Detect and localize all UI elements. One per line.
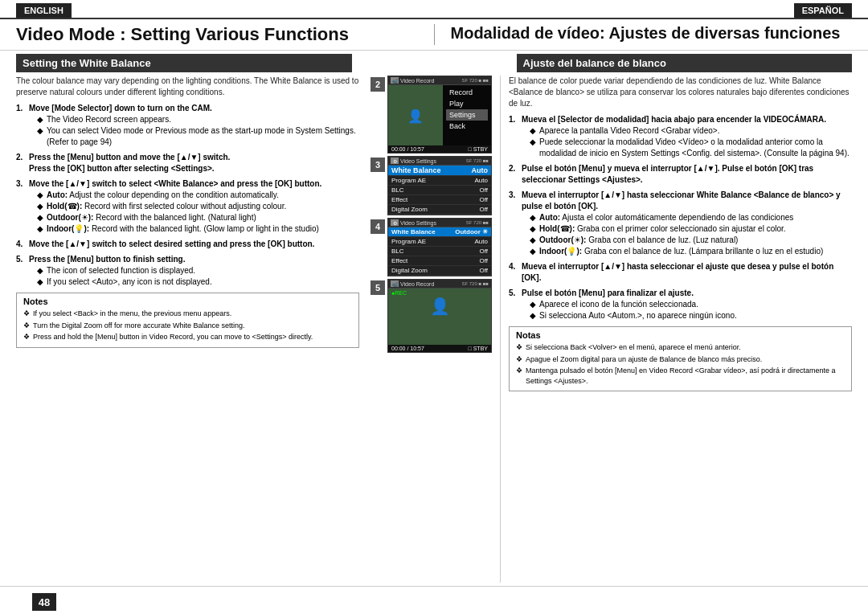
main-title-row: Video Mode : Setting Various Functions M…: [0, 18, 868, 51]
cam-title-2: Video Record: [400, 78, 461, 84]
cam-screen-4: ⚙ Video Settings SF 720 ■■ White Balance…: [387, 218, 492, 276]
notas-title: Notas: [516, 330, 845, 340]
center-screens: 2 📹 Video Record SF 720 ■ ■■ 👤 Record P: [367, 76, 500, 583]
cam-screen-3: ⚙ Video Settings SF 720 ■■ White Balance…: [387, 156, 492, 215]
cam-badges-2: SF 720 ■ ■■: [461, 78, 489, 83]
settings-row-pae: Program AEAuto: [388, 176, 491, 186]
screen-5-block: 5 📹 Video Record SF 720 ■ ■■ 👤 ●REC 00:0…: [371, 279, 497, 353]
cam-icon-3: ⚙: [391, 158, 399, 164]
language-bar: ENGLISH ESPAÑOL: [0, 0, 868, 18]
page-number: 48: [32, 593, 56, 611]
settings-row-effect-4: EffectOff: [388, 256, 491, 266]
step-4: 4. Move the [▲/▼] switch to select desir…: [16, 239, 359, 250]
notes-section-left: Notes ❖ If you select <Back> in the menu…: [16, 293, 359, 348]
section-headers: Setting the White Balance Ajuste del bal…: [0, 54, 868, 72]
cam-screen-5: 📹 Video Record SF 720 ■ ■■ 👤 ●REC 00:00 …: [387, 279, 492, 353]
notes-section-right: Notas ❖ Si selecciona Back <Volver> en e…: [509, 326, 852, 391]
screen-2-block: 2 📹 Video Record SF 720 ■ ■■ 👤 Record P: [371, 76, 497, 154]
step1-main: Move [Mode Selector] down to turn on the…: [29, 104, 212, 113]
settings-row-blc-4: BLCOff: [388, 247, 491, 256]
cam-menu-2: Record Play Settings Back: [443, 85, 491, 145]
right-step-3: 3. Mueva el interruptor [▲/▼] hasta sele…: [509, 190, 852, 257]
step-2: 2. Press the [Menu] button and move the …: [16, 152, 359, 174]
title-right: Modalidad de vídeo: Ajustes de diversas …: [434, 24, 853, 45]
step-5: 5. Press the [Menu] button to finish set…: [16, 254, 359, 288]
section-header-right: Ajuste del balance de blanco: [517, 54, 853, 72]
settings-row-pae-4: Program AEAuto: [388, 237, 491, 247]
cam-header-2: 📹 Video Record SF 720 ■ ■■: [388, 76, 491, 85]
english-tag: ENGLISH: [16, 3, 72, 18]
screen-num-4: 4: [371, 219, 385, 234]
right-step-1: 1. Mueva el [Selector de modalidad] haci…: [509, 114, 852, 159]
cam-icon-2: 📹: [391, 77, 399, 84]
left-column: The colour balance may vary depending on…: [16, 76, 367, 583]
espanol-tag: ESPAÑOL: [794, 3, 852, 18]
settings-row-wb-outdoor: White BalanceOutdoor ☀: [388, 227, 491, 237]
menu-settings: Settings: [446, 109, 488, 121]
notes-title-left: Notes: [23, 297, 352, 306]
cam-video-5: 👤 ●REC: [388, 289, 491, 345]
right-column: El balance de color puede variar dependi…: [500, 76, 852, 583]
right-intro: El balance de color puede variar dependi…: [509, 76, 852, 109]
settings-row-blc: BLCOff: [388, 186, 491, 195]
cam-screen-2: 📹 Video Record SF 720 ■ ■■ 👤 Record Play…: [387, 76, 492, 154]
screen-num-5: 5: [371, 280, 385, 295]
section-header-left: Setting the White Balance: [16, 54, 352, 72]
screen-num-2: 2: [371, 77, 385, 92]
right-step-4: 4. Mueva el interruptor [▲/▼] hasta sele…: [509, 261, 852, 284]
settings-row-dz: Digital ZoomOff: [388, 205, 491, 215]
settings-row-dz-4: Digital ZoomOff: [388, 266, 491, 276]
title-left: Video Mode : Setting Various Functions: [16, 24, 434, 45]
cam-header-3: ⚙ Video Settings SF 720 ■■: [388, 157, 491, 166]
cam-header-4: ⚙ Video Settings SF 720 ■■: [388, 219, 491, 227]
left-intro: The colour balance may vary depending on…: [16, 76, 359, 98]
right-step-5: 5. Pulse el botón [Menu] para finalizar …: [509, 288, 852, 321]
menu-back: Back: [446, 121, 488, 132]
settings-row-wb-auto: White BalanceAuto: [388, 166, 491, 176]
menu-record: Record: [446, 87, 488, 98]
step-1: 1. Move [Mode Selector] down to turn on …: [16, 103, 359, 148]
right-step-2: 2. Pulse el botón [Menu] y mueva el inte…: [509, 163, 852, 186]
screen-4-block: 4 ⚙ Video Settings SF 720 ■■ White Balan…: [371, 218, 497, 276]
step-3: 3. Move the [▲/▼] switch to select <Whit…: [16, 178, 359, 235]
screen-3-block: 3 ⚙ Video Settings SF 720 ■■ White Balan…: [371, 156, 497, 215]
menu-play: Play: [446, 98, 488, 109]
cam-header-5: 📹 Video Record SF 720 ■ ■■: [388, 280, 491, 289]
screen-num-3: 3: [371, 158, 385, 172]
settings-row-effect: EffectOff: [388, 195, 491, 205]
